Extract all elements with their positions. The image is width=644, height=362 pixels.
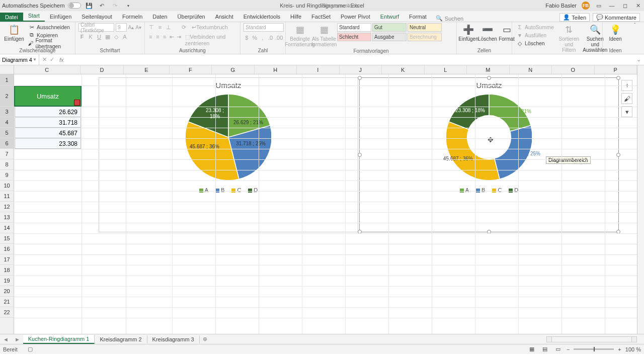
tab-format[interactable]: Format [404, 12, 432, 22]
page-layout-view-icon[interactable]: ▤ [540, 345, 549, 353]
col-header-L[interactable]: L [425, 65, 467, 74]
enter-formula-icon[interactable]: ✓ [50, 56, 54, 63]
tell-me-search[interactable]: 🔍 Suchen [432, 15, 467, 22]
col-header-H[interactable]: H [255, 65, 297, 74]
sheet-nav-next-icon[interactable]: ► [12, 336, 23, 342]
style-standard[interactable]: Standard [337, 23, 371, 32]
chart-styles-button[interactable]: 🖌 [621, 93, 632, 104]
row-header-7[interactable]: 7 [0, 149, 14, 159]
insert-cells-button[interactable]: ➕Einfügen [460, 23, 477, 48]
tab-review[interactable]: Überprüfen [173, 12, 210, 22]
macro-record-icon[interactable]: ▢ [28, 346, 33, 352]
align-middle-icon[interactable]: ≡ [156, 24, 164, 31]
row-header-22[interactable]: 22 [0, 307, 14, 318]
autosave-toggle[interactable] [68, 3, 81, 9]
wrap-text-button[interactable]: ↩Textumbruch [192, 24, 228, 31]
tab-powerpivot[interactable]: Power Pivot [336, 12, 375, 22]
row-header-8[interactable]: 8 [0, 159, 14, 170]
merge-button[interactable]: ⬚Verbinden und zentrieren [185, 34, 237, 46]
row-header-17[interactable]: 17 [0, 254, 14, 265]
tab-view[interactable]: Ansicht [210, 12, 238, 22]
formula-input[interactable] [66, 54, 633, 65]
col-header-P[interactable]: P [595, 65, 637, 74]
align-center-icon[interactable]: ≡ [155, 34, 160, 46]
style-neutral[interactable]: Neutral [408, 23, 442, 32]
row-header-21[interactable]: 21 [0, 297, 14, 307]
clear-button[interactable]: ◇Löschen [515, 39, 555, 47]
tab-pagelayout[interactable]: Seitenlayout [76, 12, 117, 22]
redo-icon[interactable]: ↷ [112, 3, 119, 9]
conditional-formatting-button[interactable]: ▦Bedingte Formatierung [289, 23, 311, 48]
font-color-icon[interactable]: A [121, 34, 128, 40]
align-bottom-icon[interactable]: ⊥ [165, 24, 172, 31]
col-header-M[interactable]: M [467, 65, 510, 74]
save-icon[interactable]: 💾 [86, 3, 93, 9]
share-button[interactable]: 👤Teilen [559, 13, 590, 22]
style-good[interactable]: Gut [372, 23, 407, 32]
col-header-G[interactable]: G [212, 65, 255, 74]
zoom-slider[interactable] [574, 348, 614, 350]
col-header-K[interactable]: K [382, 65, 425, 74]
currency-icon[interactable]: $ [244, 35, 250, 41]
row-header-11[interactable]: 11 [0, 191, 14, 202]
cell-c5[interactable]: 45.687 [15, 128, 81, 138]
tab-start[interactable]: Start [23, 11, 45, 22]
grow-font-icon[interactable]: A▴ [128, 25, 134, 30]
format-as-table-button[interactable]: ▦Als Tabelle formatieren [313, 23, 335, 48]
border-icon[interactable]: ▦ [104, 34, 111, 40]
col-header-J[interactable]: J [340, 65, 382, 74]
maximize-icon[interactable]: ◻ [621, 2, 629, 10]
row-header-18[interactable]: 18 [0, 265, 14, 276]
underline-button[interactable]: U [96, 34, 103, 40]
select-all-corner[interactable] [0, 65, 14, 74]
row-header-10[interactable]: 10 [0, 180, 14, 191]
row-header-14[interactable]: 14 [0, 223, 14, 233]
row-header-15[interactable]: 15 [0, 233, 14, 244]
worksheet[interactable]: 12345678910111213141516171819202122 CDEF… [0, 65, 644, 334]
col-header-F[interactable]: F [170, 65, 212, 74]
fill-button[interactable]: ▼Ausfüllen [515, 31, 555, 39]
row-header-20[interactable]: 20 [0, 286, 14, 297]
cell-c3[interactable]: 26.629 [15, 107, 81, 117]
cancel-formula-icon[interactable]: ✕ [42, 56, 47, 63]
chart-pie[interactable]: Umsatz 26.629 ; 21% 31.718 ; 25% [99, 77, 358, 232]
cut-button[interactable]: ✂Ausschneiden [27, 23, 72, 31]
zoom-out-icon[interactable]: − [567, 346, 570, 352]
chart-doughnut[interactable]: ＋ 🖌 ▾ Umsatz 26.6 [359, 77, 619, 232]
cell-styles-gallery[interactable]: Standard Gut Neutral Schlecht Ausgabe Be… [337, 23, 442, 48]
bold-button[interactable]: F [78, 34, 86, 40]
delete-cells-button[interactable]: ➖Löschen [479, 23, 496, 48]
col-header-N[interactable]: N [510, 65, 552, 74]
vertical-scrollbar[interactable] [637, 65, 644, 334]
percent-icon[interactable]: % [252, 35, 258, 41]
row-header-2[interactable]: 2 [0, 85, 14, 107]
number-format-combo[interactable]: Standard [244, 23, 284, 32]
row-header-19[interactable]: 19 [0, 276, 14, 286]
autosum-button[interactable]: ΣAutoSumme [515, 23, 555, 31]
font-size-combo[interactable]: 9 [116, 23, 127, 32]
table-header-umsatz[interactable]: Umsatz [15, 85, 81, 107]
style-bad[interactable]: Schlecht [337, 33, 371, 41]
sheet-tab-2[interactable]: Kreisdiagramm 2 [95, 335, 147, 343]
row-header-16[interactable]: 16 [0, 244, 14, 254]
fx-icon[interactable]: fx [57, 57, 66, 63]
indent-dec-icon[interactable]: ⇤ [169, 34, 175, 46]
close-icon[interactable]: ✕ [634, 2, 642, 10]
col-header-O[interactable]: O [552, 65, 595, 74]
col-header-E[interactable]: E [124, 65, 169, 74]
shrink-font-icon[interactable]: A▾ [135, 25, 141, 30]
cell-c6[interactable]: 23.308 [15, 138, 81, 149]
align-top-icon[interactable]: ⊤ [148, 24, 155, 31]
new-sheet-button[interactable]: ⊕ [200, 336, 210, 342]
paste-button[interactable]: 📋Einfügen [3, 23, 25, 48]
collapse-ribbon-icon[interactable]: ˆ [631, 22, 639, 54]
row-header-4[interactable]: 4 [0, 117, 14, 128]
row-header-9[interactable]: 9 [0, 170, 14, 180]
font-name-combo[interactable]: Calibri (Textkörpe [78, 23, 114, 32]
sheet-tab-3[interactable]: Kreisdiagramm 3 [147, 335, 200, 343]
comma-icon[interactable]: , [260, 35, 266, 41]
format-painter-button[interactable]: 🖌Format übertragen [27, 39, 72, 47]
tab-design[interactable]: Entwurf [375, 12, 404, 22]
row-header-3[interactable]: 3 [0, 107, 14, 117]
name-box[interactable]: Diagramm 4▼ [0, 54, 39, 65]
